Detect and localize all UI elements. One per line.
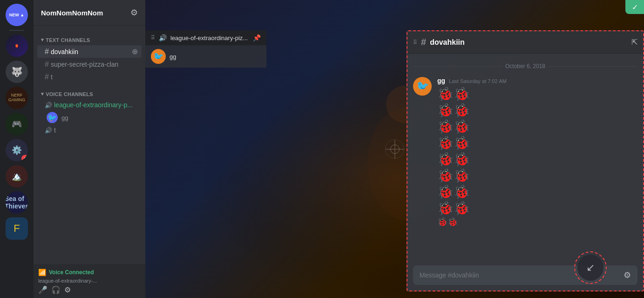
speaker-icon: 🔊 <box>45 102 52 109</box>
date-divider: October 6, 2018 <box>413 63 637 69</box>
gear-icon[interactable]: ⚙ <box>130 7 138 18</box>
server-icon-6[interactable]: 🏔️ <box>6 165 28 187</box>
circle-inner: ↙ <box>577 255 603 281</box>
text-panel-header: ⠿ # dovahkiin ⇱ <box>407 31 643 54</box>
server-icon-8[interactable]: F <box>6 217 28 240</box>
emoji-5: 🐞🐞 <box>437 152 637 167</box>
text-panel-drag-icon: ⠿ <box>413 39 417 46</box>
pin-icon[interactable]: 📌 <box>253 34 261 42</box>
server-divider <box>9 30 24 31</box>
message-timestamp: Last Saturday at 7:02 AM <box>449 78 507 84</box>
voice-panel: ⠿ 🔊 league-of-extraordinary-piz... 📌 🐦 g… <box>145 30 266 68</box>
channel-name-t: t <box>51 73 138 81</box>
voice-collapse-arrow: ▾ <box>41 91 44 97</box>
circle-icon: ↙ <box>586 262 595 274</box>
message-header: gg Last Saturday at 7:02 AM <box>437 77 637 84</box>
channel-dovahkiin[interactable]: # dovahkiin ⊕ <box>37 45 142 58</box>
server-header[interactable]: NomNomNomNom ⚙ <box>34 0 145 26</box>
bottom-circle-button[interactable]: ↙ <box>574 251 607 284</box>
server-icon-4[interactable]: 🎮 <box>6 113 28 135</box>
voice-channel-user[interactable]: 🐦 gg <box>34 111 145 124</box>
message-input-area: ⚙ <box>407 265 643 291</box>
voice-panel-channel-name: league-of-extraordinary-piz... <box>170 35 249 42</box>
voice-channel-league[interactable]: 🔊 league-of-extraordinary-p... <box>37 99 142 111</box>
message-username: gg <box>437 77 445 84</box>
main-content: ⠿ 🔊 league-of-extraordinary-piz... 📌 🐦 g… <box>145 0 644 298</box>
message-item: 🐦 gg Last Saturday at 7:02 AM 🐞🐞 🐞🐞 🐞🐞 🐞… <box>413 75 637 230</box>
message-content: gg Last Saturday at 7:02 AM 🐞🐞 🐞🐞 🐞🐞 🐞🐞 … <box>437 77 637 228</box>
emoji-8: 🐞🐞 <box>437 201 637 216</box>
message-avatar: 🐦 <box>413 77 432 96</box>
server-icon-2[interactable]: 🐺 <box>6 61 28 83</box>
hash-icon-3: # <box>45 73 49 81</box>
add-member-icon[interactable]: ⊕ <box>132 47 138 56</box>
text-channel-name: dovahkiin <box>430 38 628 47</box>
voice-channel-name-league: league-of-extraordinary-p... <box>54 101 138 109</box>
voice-bar-channel: league-of-extraordinary-... <box>38 278 142 284</box>
emoji-9: 🐞🐞 <box>437 217 637 227</box>
popout-icon[interactable]: ⇱ <box>631 38 637 47</box>
text-channels-category[interactable]: ▾ TEXT CHANNELS <box>34 29 145 45</box>
voice-bar: 📶 Voice Connected league-of-extraordinar… <box>34 264 145 298</box>
voice-icons: 🎤 🎧 ⚙ <box>38 285 142 294</box>
emoji-1: 🐞🐞 <box>437 86 637 102</box>
emoji-3: 🐞🐞 <box>437 119 637 134</box>
voice-status: 📶 Voice Connected <box>38 269 142 276</box>
input-gear-icon[interactable]: ⚙ <box>624 270 631 280</box>
channel-sidebar: NomNomNomNom ⚙ ▾ TEXT CHANNELS # dovahki… <box>34 0 145 298</box>
speaker-icon-panel: 🔊 <box>159 34 167 42</box>
emoji-7: 🐞🐞 <box>437 184 637 200</box>
new-server-button[interactable]: NEW ▲ <box>6 4 28 26</box>
voice-connected-text: Voice Connected <box>49 269 94 276</box>
server-icon-3[interactable]: NERF GAMING <box>6 87 28 109</box>
mute-button[interactable]: 🎤 <box>38 285 47 294</box>
channel-name-super-secret: super-secret-pizza-clan <box>51 61 138 68</box>
speaker-icon-2: 🔊 <box>45 127 52 134</box>
voice-panel-avatar: 🐦 <box>151 49 166 64</box>
signal-icon: 📶 <box>38 269 46 276</box>
badge-icon: ✓ <box>632 3 638 12</box>
voice-settings-button[interactable]: ⚙ <box>64 285 71 294</box>
channel-super-secret[interactable]: # super-secret-pizza-clan <box>37 58 142 70</box>
deafen-button[interactable]: 🎧 <box>51 285 61 294</box>
server-icon-1[interactable]: 🏮 <box>6 35 28 57</box>
voice-user-avatar: 🐦 <box>47 112 58 123</box>
voice-panel-user: 🐦 gg <box>145 45 266 68</box>
drag-handle-icon: ⠿ <box>151 35 155 41</box>
server-icon-7[interactable]: Sea of Thieves <box>6 191 28 214</box>
emoji-4: 🐞🐞 <box>437 135 637 151</box>
channel-name-dovahkiin: dovahkiin <box>51 48 132 55</box>
text-panel: ⠿ # dovahkiin ⇱ October 6, 2018 🐦 gg Las… <box>407 30 644 291</box>
server-icon-5[interactable]: ⚙️ 1 <box>6 139 28 161</box>
message-list: October 6, 2018 🐦 gg Last Saturday at 7:… <box>407 54 643 265</box>
voice-panel-username: gg <box>169 53 176 60</box>
notification-badge-5: 1 <box>21 155 28 161</box>
voice-panel-header: ⠿ 🔊 league-of-extraordinary-piz... 📌 <box>145 30 266 45</box>
crosshair <box>386 140 404 159</box>
hash-icon: # <box>45 48 49 56</box>
voice-channels-category[interactable]: ▾ VOICE CHANNELS <box>34 83 145 99</box>
collapse-arrow: ▾ <box>41 37 44 43</box>
channel-list: ▾ TEXT CHANNELS # dovahkiin ⊕ # super-se… <box>34 26 145 264</box>
hash-channel-icon: # <box>421 37 426 48</box>
voice-channel-t[interactable]: 🔊 t <box>37 125 142 136</box>
server-name: NomNomNomNom <box>41 9 103 17</box>
voice-user-name: gg <box>61 114 68 121</box>
emoji-2: 🐞🐞 <box>437 103 637 118</box>
emoji-6: 🐞🐞 <box>437 168 637 183</box>
voice-channel-name-t: t <box>54 126 138 134</box>
server-list: NEW ▲ 🏮 🐺 NERF GAMING 🎮 ⚙️ 1 🏔️ Sea of T… <box>0 0 34 298</box>
channel-t[interactable]: # t <box>37 71 142 83</box>
hash-icon-2: # <box>45 60 49 69</box>
top-right-badge: ✓ <box>625 0 644 14</box>
